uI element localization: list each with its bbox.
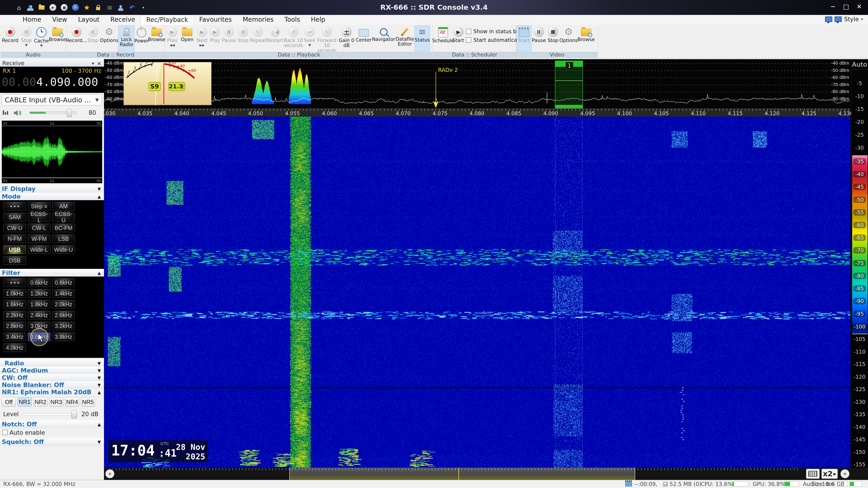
video-browse-button[interactable]: Browse — [578, 26, 594, 51]
mode-button[interactable]: • • • — [3, 202, 26, 210]
center-button[interactable]: Center — [355, 26, 372, 51]
next-button[interactable]: ▶Next▶▶ — [195, 26, 209, 51]
panel-close-icon[interactable]: ✕ — [97, 61, 101, 66]
filter-button[interactable]: 1.2kHz — [28, 289, 51, 298]
menu-tab[interactable]: Favourites — [194, 15, 237, 25]
data-options-button[interactable]: ⚙Options — [100, 26, 119, 51]
nr-button[interactable]: NR3 — [49, 397, 63, 407]
audio-browse-button[interactable]: Browse — [50, 26, 65, 51]
close-button[interactable]: ✕ — [852, 1, 866, 12]
data-record-button[interactable]: Record... — [67, 26, 86, 51]
mode-header[interactable]: Mode▲ — [0, 193, 104, 200]
nr-button[interactable]: NR5 — [81, 397, 95, 407]
cw-header[interactable]: CW: Off▼ — [0, 374, 104, 381]
mode-button[interactable]: DSB — [3, 256, 26, 265]
menu-tab[interactable]: Rec/Playback — [141, 15, 194, 25]
keyboard-entry-button[interactable] — [806, 469, 819, 479]
style-menu[interactable]: Style — [844, 16, 859, 23]
mode-button[interactable]: USB — [3, 246, 26, 254]
nr-header[interactable]: NR1: Ephraim Malah 20dB▲ — [0, 388, 104, 395]
radio-header[interactable]: Radio▼ — [0, 359, 104, 366]
menu-tab[interactable]: Tools — [279, 15, 305, 25]
data-stop-button[interactable]: Stop — [86, 26, 100, 51]
zoom-button[interactable]: x2▶ — [822, 469, 838, 479]
video-stop-button[interactable]: Stop — [547, 26, 559, 51]
minimize-button[interactable]: ─ — [827, 1, 839, 12]
frequency-scale[interactable]: 4.0304.0354.0404.0454.0504.0554.0604.065… — [104, 108, 850, 117]
speaker-icon[interactable] — [13, 108, 23, 118]
auto-scale-button[interactable]: Auto — [851, 59, 868, 70]
schedule-button[interactable]: Schedule — [434, 26, 453, 51]
playback-stop-button[interactable]: Stop — [237, 26, 249, 51]
auto-enable-checkbox[interactable] — [2, 430, 8, 435]
mode-button[interactable]: AM — [52, 202, 75, 210]
audio-record-button[interactable]: Record — [1, 26, 20, 51]
scroll-left-button[interactable]: « — [105, 469, 114, 478]
panel-collapse-icon[interactable]: ▾ — [92, 61, 94, 66]
prev-button[interactable]: ▶Prev◀◀ — [166, 26, 179, 51]
menu-tab[interactable]: Receive — [105, 15, 141, 25]
mode-button[interactable]: Step ≡ — [28, 202, 51, 210]
filter-button[interactable]: • • • — [3, 278, 26, 287]
squelch-header[interactable]: Squelch: Off▼ — [0, 438, 104, 446]
filter-button[interactable]: 1.4kHz — [52, 289, 75, 298]
mode-button[interactable]: Wide-U — [52, 246, 75, 254]
band-navigation-bar[interactable] — [104, 468, 868, 480]
datafile-editor-button[interactable]: Datafile Editor — [395, 26, 415, 51]
navigator-button[interactable]: Navigator — [372, 26, 395, 51]
agc-header[interactable]: AGC: Medium▼ — [0, 366, 104, 374]
mode-button[interactable]: ECSS-U — [52, 213, 75, 221]
forward-10-seconds-button[interactable]: ↻Forward 10 seconds — [316, 26, 338, 51]
monitor-icon[interactable] — [835, 17, 842, 22]
audio-cache-button[interactable]: Cache▼ — [33, 26, 50, 51]
seek-button[interactable]: ↔Seek▼ — [304, 26, 316, 51]
filter-button[interactable]: 3.2kHz — [52, 322, 75, 330]
maximize-button[interactable]: □ — [839, 1, 852, 12]
filter-button[interactable]: 1.6kHz — [3, 300, 26, 308]
video-start-button[interactable]: Start — [517, 26, 531, 51]
audio-stop-button[interactable]: Stop▼ — [20, 26, 33, 51]
nr-button[interactable]: NR2 — [33, 397, 48, 407]
pause-button[interactable]: Pause — [221, 26, 237, 51]
video-pause-button[interactable]: Pause — [531, 26, 547, 51]
mode-button[interactable]: BC-FM — [52, 224, 75, 232]
video-options-button[interactable]: ⚙Options — [559, 26, 578, 51]
menu-tab[interactable]: Layout — [72, 15, 105, 25]
audio-output-select[interactable]: CABLE Input (VB-Audio ... ▼ — [2, 94, 102, 105]
level-slider-handle[interactable] — [71, 410, 77, 418]
volume-slider-handle[interactable] — [67, 109, 72, 117]
noise-blanker-header[interactable]: Noise Blanker: Off▼ — [0, 381, 104, 388]
mode-button[interactable]: SAM — [3, 213, 26, 221]
filter-button[interactable]: 1.8kHz — [28, 300, 51, 308]
mode-button[interactable]: CW-L — [28, 224, 51, 232]
spectrum-plot[interactable] — [104, 60, 850, 108]
waterfall-display[interactable] — [104, 116, 850, 468]
mode-button[interactable]: ECSS-L — [28, 213, 51, 221]
data-browse-button[interactable]: Browse — [149, 26, 164, 51]
scroll-right-button[interactable]: » — [840, 469, 849, 478]
menu-tab[interactable]: Help — [305, 15, 331, 25]
menu-tab[interactable]: Home — [17, 15, 47, 25]
scheduler-start-button[interactable]: ▶Start — [453, 26, 464, 51]
filter-button[interactable]: 1.0kHz — [3, 289, 26, 298]
equalizer-icon[interactable] — [3, 110, 8, 115]
filter-button[interactable]: 4.0kHz — [3, 344, 26, 352]
lock-radio-button[interactable]: Lock Radio — [119, 26, 134, 51]
radv2-marker-label[interactable]: RADv 2 — [438, 67, 458, 73]
monitor-icon[interactable] — [825, 17, 832, 22]
level-slider-track[interactable] — [22, 414, 77, 416]
restart-button[interactable]: ❘◀Restart — [267, 26, 283, 51]
filter-button[interactable]: 3.8kHz — [52, 332, 75, 341]
mode-button[interactable]: N-FM — [3, 234, 26, 243]
gain-button[interactable]: ±Gain 0 dB — [338, 26, 355, 51]
notch-header[interactable]: Notch: Off▲ — [0, 420, 104, 428]
filter-header[interactable]: Filter▲ — [0, 269, 104, 276]
filter-button[interactable]: 3.4kHz — [3, 332, 26, 341]
filter-button[interactable]: 2.4kHz — [28, 311, 51, 320]
show-in-status-bar-checkbox[interactable] — [466, 29, 471, 34]
filter-button[interactable]: 2.8kHz — [3, 322, 26, 330]
open-button[interactable]: Open — [179, 26, 195, 51]
menu-tab[interactable]: View — [47, 15, 72, 25]
status-button[interactable]: ≡Status — [415, 26, 430, 51]
nr-button[interactable]: NR1 — [18, 397, 32, 407]
